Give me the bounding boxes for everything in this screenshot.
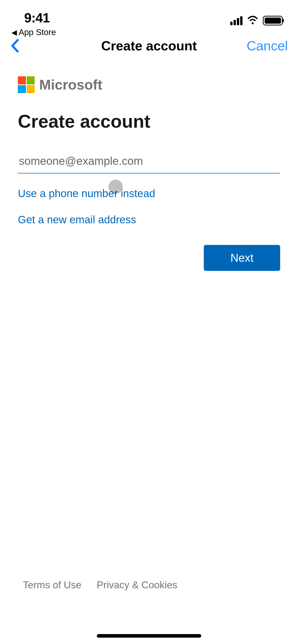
- status-time: 9:41: [24, 10, 50, 25]
- home-indicator[interactable]: [97, 634, 201, 638]
- chevron-left-icon: [10, 39, 19, 53]
- main-content: Microsoft Create account Use a phone num…: [0, 64, 298, 226]
- privacy-cookies-link[interactable]: Privacy & Cookies: [97, 579, 177, 591]
- touch-indicator: [109, 180, 123, 194]
- back-button[interactable]: [10, 39, 19, 53]
- nav-title: Create account: [101, 38, 197, 53]
- footer: Terms of Use Privacy & Cookies: [0, 579, 298, 591]
- page-heading: Create account: [18, 111, 280, 132]
- microsoft-brand: Microsoft: [18, 76, 280, 93]
- use-phone-link[interactable]: Use a phone number instead: [18, 187, 280, 200]
- terms-of-use-link[interactable]: Terms of Use: [23, 579, 82, 591]
- microsoft-logo-icon: [18, 76, 35, 93]
- status-bar: 9:41 ◀︎ App Store: [0, 0, 298, 33]
- next-button[interactable]: Next: [204, 245, 280, 271]
- wifi-icon: [247, 16, 258, 25]
- email-input[interactable]: [18, 152, 280, 173]
- battery-icon: [263, 16, 283, 25]
- status-right-group: [230, 10, 283, 25]
- microsoft-brand-text: Microsoft: [39, 77, 102, 93]
- cellular-signal-icon: [230, 16, 242, 25]
- nav-bar: Create account Cancel: [0, 33, 298, 64]
- new-email-link[interactable]: Get a new email address: [18, 214, 280, 226]
- cancel-button[interactable]: Cancel: [247, 38, 288, 53]
